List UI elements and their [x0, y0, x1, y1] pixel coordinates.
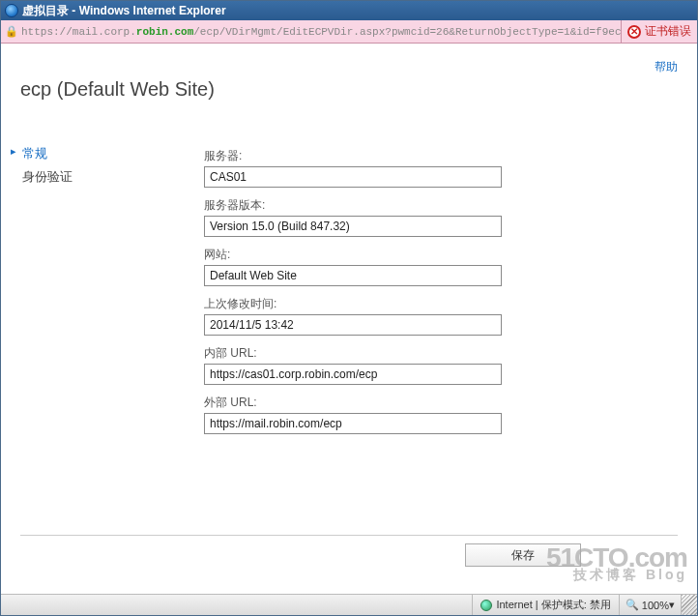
field-label: 内部 URL:: [204, 345, 504, 362]
url-text: https://mail.corp.robin.com/ecp/VDirMgmt…: [21, 26, 621, 38]
address-bar[interactable]: 🔒 https://mail.corp.robin.com/ecp/VDirMg…: [1, 20, 697, 44]
certificate-error[interactable]: ✕ 证书错误: [621, 20, 697, 43]
internal-url-input[interactable]: [204, 364, 502, 385]
side-nav: 常规 身份验证: [9, 142, 183, 189]
lock-icon: 🔒: [5, 25, 18, 39]
resize-grip[interactable]: [681, 595, 697, 615]
field-label: 网站:: [204, 247, 504, 263]
window-title: 虚拟目录 - Windows Internet Explorer: [22, 3, 226, 19]
watermark-line2: 技术博客 Blog: [546, 570, 687, 580]
field-server: 服务器:: [204, 148, 504, 188]
field-server-version: 服务器版本:: [204, 197, 504, 237]
field-label: 上次修改时间:: [204, 296, 504, 312]
website-input[interactable]: [204, 265, 502, 286]
cert-error-icon: ✕: [627, 25, 641, 39]
zoom-label: 100%: [642, 600, 669, 611]
titlebar[interactable]: 虚拟目录 - Windows Internet Explorer: [1, 1, 697, 20]
url-prefix: https://mail.corp.: [21, 26, 136, 38]
url-path: /ecp/VDirMgmt/EditECPVDir.aspx?pwmcid=26…: [193, 26, 621, 38]
ie-window: 虚拟目录 - Windows Internet Explorer 🔒 https…: [0, 0, 698, 616]
sidebar-item-auth[interactable]: 身份验证: [9, 165, 183, 189]
help-link[interactable]: 帮助: [654, 59, 678, 75]
zoom-icon: 🔍: [625, 599, 639, 611]
field-external-url: 外部 URL:: [204, 395, 504, 434]
page-title: ecp (Default Web Site): [20, 78, 215, 101]
field-label: 服务器:: [204, 148, 504, 164]
status-zoom[interactable]: 🔍 100% ▾: [619, 595, 681, 615]
url-domain: robin.com: [136, 26, 193, 38]
save-button[interactable]: 保存: [465, 543, 581, 567]
sidebar-item-general[interactable]: 常规: [9, 142, 183, 165]
status-bar: Internet | 保护模式: 禁用 🔍 100% ▾: [1, 594, 697, 615]
cert-error-label: 证书错误: [645, 23, 691, 40]
status-zone-label: Internet | 保护模式: 禁用: [496, 598, 610, 612]
sidebar-item-label: 常规: [22, 146, 47, 161]
field-internal-url: 内部 URL:: [204, 345, 504, 385]
globe-icon: [480, 600, 492, 611]
form-area: 服务器: 服务器版本: 网站: 上次修改时间: 内部 URL: 外部 URL:: [204, 148, 504, 444]
content-area: 帮助 ecp (Default Web Site) 常规 身份验证 服务器: 服…: [1, 44, 697, 594]
sidebar-item-label: 身份验证: [22, 169, 73, 184]
status-zone[interactable]: Internet | 保护模式: 禁用: [472, 595, 618, 615]
field-label: 服务器版本:: [204, 197, 504, 214]
external-url-input[interactable]: [204, 413, 502, 434]
last-modified-input[interactable]: [204, 314, 502, 336]
server-input[interactable]: [204, 166, 502, 188]
separator: [20, 535, 678, 536]
chevron-down-icon: ▾: [669, 599, 675, 611]
field-label: 外部 URL:: [204, 395, 504, 411]
server-version-input[interactable]: [204, 216, 502, 237]
ie-icon: [5, 4, 18, 17]
field-website: 网站:: [204, 247, 504, 286]
field-last-modified: 上次修改时间:: [204, 296, 504, 336]
